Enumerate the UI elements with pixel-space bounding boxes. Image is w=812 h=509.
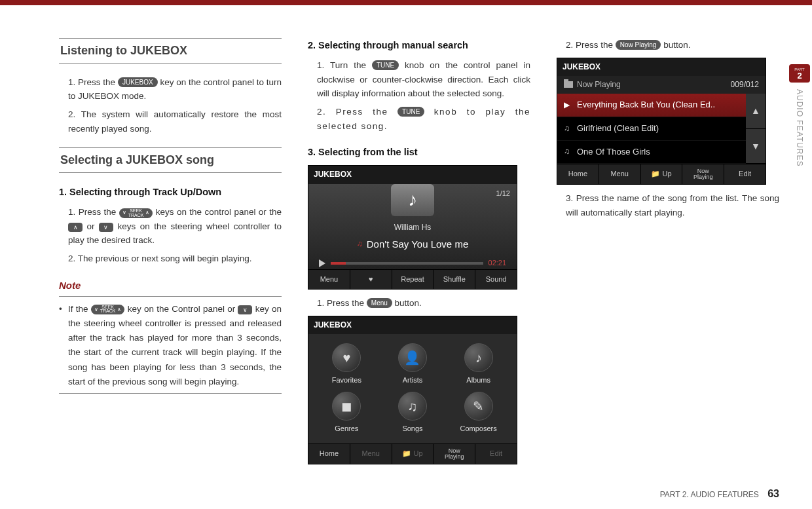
listening-step-1: 1. Press the JUKEBOX key on the control … bbox=[68, 75, 282, 104]
player-screenshot: JUKEBOX 1/12 ♪ William Hs ♫ Don't Say Yo… bbox=[308, 165, 517, 290]
menu-grid-screenshot: JUKEBOX ♥Favorites 👤Artists ♪Albums ◼Gen… bbox=[308, 316, 517, 464]
menu-button[interactable]: Menu bbox=[599, 164, 640, 184]
scroll-down-button[interactable]: ▼ bbox=[746, 129, 766, 164]
text: If the bbox=[68, 304, 91, 314]
home-button[interactable]: Home bbox=[557, 164, 599, 184]
column-2: 2. Selecting through manual search 1. Tu… bbox=[308, 38, 530, 471]
subhead-track-updown: 1. Selecting through Track Up/Down bbox=[59, 185, 282, 200]
player-repeat-button[interactable]: Repeat bbox=[392, 269, 434, 290]
manual-search-steps: 1. Turn the TUNE knob on the control pan… bbox=[308, 58, 530, 133]
page-content: Listening to JUKEBOX 1. Press the JUKEBO… bbox=[0, 5, 812, 484]
text: 1. Press the bbox=[68, 77, 118, 87]
listening-step-2: 2. The system will automatically restore… bbox=[68, 107, 282, 136]
song-title: One Of Those Girls bbox=[577, 145, 650, 159]
up-button[interactable]: 📁 Up bbox=[640, 164, 682, 184]
seek-track-key-note: ∨ SEEK TRACK ∧ bbox=[91, 305, 125, 314]
music-note-icon: ♫ bbox=[564, 123, 572, 135]
seek-track-stack: SEEK TRACK bbox=[128, 209, 144, 217]
menu-albums[interactable]: ♪Albums bbox=[448, 343, 509, 386]
scroll-up-button[interactable]: ▲ bbox=[746, 94, 766, 129]
song-title: Girlfriend (Clean Edit) bbox=[577, 122, 659, 136]
text: button. bbox=[395, 298, 422, 308]
player-sound-button[interactable]: Sound bbox=[475, 269, 517, 290]
scroll-arrows: ▲ ▼ bbox=[746, 94, 766, 164]
subhead-manual-search: 2. Selecting through manual search bbox=[308, 38, 530, 53]
home-button[interactable]: Home bbox=[308, 443, 350, 464]
chevron-down-icon: ∨ bbox=[94, 305, 98, 314]
list-step-1: 1. Press the Menu button. bbox=[308, 296, 530, 311]
player-menu-button[interactable]: Menu bbox=[308, 269, 350, 290]
track-label: TRACK bbox=[128, 214, 144, 217]
songs-icon: ♫ bbox=[398, 392, 427, 421]
player-title: JUKEBOX bbox=[308, 166, 517, 183]
menu-artists[interactable]: 👤Artists bbox=[382, 343, 443, 386]
now-playing-button[interactable]: Now Playing bbox=[433, 443, 475, 464]
menu-grid-bottombar: Home Menu 📁 Up Now Playing Edit bbox=[308, 443, 517, 464]
chevron-up-icon: ∧ bbox=[117, 305, 121, 314]
seek-track-key: ∨ SEEK TRACK ∧ bbox=[119, 208, 153, 218]
progress-row: 02:21 bbox=[319, 257, 506, 269]
menu-key-pill: Menu bbox=[367, 298, 392, 308]
music-note-icon: ♫ bbox=[564, 145, 572, 158]
page-footer: PART 2. AUDIO FEATURES 63 bbox=[660, 488, 779, 500]
part-badge: PART 2 bbox=[789, 64, 810, 83]
note-body: If the ∨ SEEK TRACK ∧ key on the Control… bbox=[59, 302, 282, 394]
track-title-text: Don't Say You Love me bbox=[367, 236, 468, 252]
tune-key-pill: TUNE bbox=[372, 60, 399, 70]
now-playing-button[interactable]: Now Playing bbox=[682, 164, 724, 184]
song-title: Everything Back But You (Clean Ed.. bbox=[577, 98, 715, 112]
part-number: 2 bbox=[797, 71, 802, 80]
tune-key-pill: TUNE bbox=[397, 107, 424, 117]
column-1: Listening to JUKEBOX 1. Press the JUKEBO… bbox=[59, 38, 282, 471]
manual-step-1: 1. Turn the TUNE knob on the control pan… bbox=[317, 58, 530, 101]
part-label: PART bbox=[794, 67, 804, 71]
label: Playing bbox=[693, 174, 713, 180]
label: Composers bbox=[460, 423, 497, 435]
column-3: 2. Press the Now Playing button. JUKEBOX… bbox=[557, 38, 779, 471]
nowplaying-screenshot: JUKEBOX Now Playing 009/012 ▶ Everything… bbox=[557, 58, 766, 185]
menu-songs[interactable]: ♫Songs bbox=[382, 392, 443, 435]
player-track-title: ♫ Don't Say You Love me bbox=[357, 236, 468, 252]
nowplaying-list: ▶ Everything Back But You (Clean Ed.. ♫ … bbox=[557, 94, 766, 164]
play-icon bbox=[319, 259, 325, 267]
up-button[interactable]: 📁 Up bbox=[392, 443, 434, 464]
edit-button[interactable]: Edit bbox=[724, 164, 766, 184]
section-name: AUDIO FEATURES bbox=[795, 89, 804, 166]
list-counter: 009/012 bbox=[731, 79, 759, 91]
note-divider-top bbox=[59, 296, 282, 297]
menu-button[interactable]: Menu bbox=[350, 443, 392, 464]
menu-favorites[interactable]: ♥Favorites bbox=[316, 343, 377, 386]
label: Up bbox=[662, 170, 671, 178]
player-shuffle-button[interactable]: Shuffle bbox=[433, 269, 475, 290]
progress-bar bbox=[331, 262, 483, 265]
nowplaying-bottombar: Home Menu 📁 Up Now Playing Edit bbox=[557, 164, 766, 184]
subhead-from-list: 3. Selecting from the list bbox=[308, 145, 530, 160]
nowplaying-title: JUKEBOX bbox=[557, 58, 766, 76]
music-note-icon: ♪ bbox=[408, 185, 417, 215]
heading-listening-jukebox: Listening to JUKEBOX bbox=[59, 38, 282, 64]
player-track-counter: 1/12 bbox=[496, 188, 510, 200]
list-item[interactable]: ♫ One Of Those Girls bbox=[557, 141, 746, 164]
menu-grid-body: ♥Favorites 👤Artists ♪Albums ◼Genres ♫Son… bbox=[308, 334, 517, 443]
progress-time: 02:21 bbox=[489, 257, 507, 269]
list-item-active[interactable]: ▶ Everything Back But You (Clean Ed.. bbox=[557, 94, 746, 117]
jukebox-key-pill: JUKEBOX bbox=[118, 77, 158, 87]
label: Songs bbox=[402, 423, 422, 435]
player-favorite-button[interactable]: ♥ bbox=[350, 269, 392, 290]
menu-genres[interactable]: ◼Genres bbox=[316, 392, 377, 435]
text: 1. Press the bbox=[317, 298, 367, 308]
text: keys on the control panel or the bbox=[156, 207, 282, 217]
label: Playing bbox=[445, 454, 464, 460]
heart-icon: ♥ bbox=[332, 343, 361, 372]
music-note-icon: ♫ bbox=[357, 238, 363, 250]
nowplaying-breadcrumb: Now Playing 009/012 bbox=[557, 76, 766, 94]
label: Up bbox=[413, 449, 422, 457]
genre-icon: ◼ bbox=[332, 392, 361, 421]
now-playing-key-pill: Now Playing bbox=[616, 40, 661, 50]
page-number: 63 bbox=[767, 488, 779, 499]
menu-composers[interactable]: ✎Composers bbox=[448, 392, 509, 435]
edit-button[interactable]: Edit bbox=[475, 443, 517, 464]
list-item[interactable]: ♫ Girlfriend (Clean Edit) bbox=[557, 117, 746, 141]
nowplaying-rows: ▶ Everything Back But You (Clean Ed.. ♫ … bbox=[557, 94, 746, 164]
down-key-icon: ∨ bbox=[238, 305, 252, 314]
